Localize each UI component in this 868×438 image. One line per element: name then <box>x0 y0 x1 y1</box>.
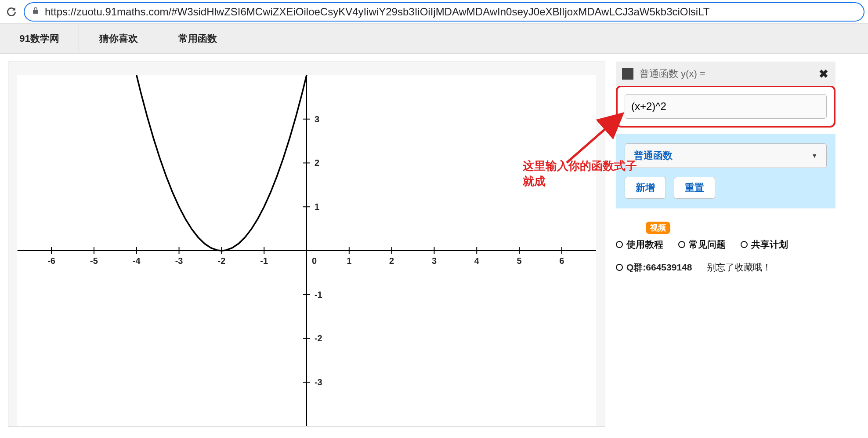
svg-text:-2: -2 <box>315 333 322 343</box>
function-color-swatch-icon <box>622 68 633 80</box>
bullet-icon <box>616 264 623 271</box>
plot-panel: -6-5-4-3-2-10123456-3-2-1123 <box>8 62 605 427</box>
chevron-down-icon: ▼ <box>811 152 817 159</box>
controls-panel: 普通函数 ▼ 新增 重置 <box>616 134 835 208</box>
lock-icon <box>32 7 40 17</box>
nav-tab-like[interactable]: 猜你喜欢 <box>79 24 158 53</box>
svg-text:-6: -6 <box>47 256 55 266</box>
reload-button[interactable] <box>4 4 19 20</box>
nav-tab-label: 猜你喜欢 <box>99 32 138 45</box>
button-row: 新增 重置 <box>625 177 827 199</box>
function-header-label: 普通函数 y(x) = <box>640 67 705 80</box>
footer-line: Q群:664539148 别忘了收藏哦！ <box>616 261 835 274</box>
sidebar: 普通函数 y(x) = ✖ 普通函数 ▼ 新增 重置 视频 使用教程 常见问题 … <box>616 62 835 427</box>
svg-text:3: 3 <box>432 256 437 266</box>
url-text: https://zuotu.91maths.com/#W3sidHlwZSI6M… <box>45 6 857 18</box>
video-badge: 视频 <box>646 222 670 234</box>
svg-text:2: 2 <box>389 256 394 266</box>
function-header: 普通函数 y(x) = ✖ <box>616 62 835 86</box>
bullet-icon <box>741 241 748 248</box>
formula-input-highlight <box>616 85 835 128</box>
svg-text:-1: -1 <box>315 290 322 299</box>
function-type-dropdown[interactable]: 普通函数 ▼ <box>625 143 827 168</box>
svg-text:-4: -4 <box>133 256 141 266</box>
browser-bar: https://zuotu.91maths.com/#W3sidHlwZSI6M… <box>0 0 868 24</box>
dropdown-label: 普通函数 <box>634 149 673 162</box>
link-label: 共享计划 <box>751 238 788 251</box>
main-area: -6-5-4-3-2-10123456-3-2-1123 普通函数 y(x) =… <box>0 54 868 434</box>
nav-tab-label: 91数学网 <box>19 32 59 45</box>
link-label: 常见问题 <box>689 238 726 251</box>
svg-text:0: 0 <box>312 256 317 266</box>
url-bar[interactable]: https://zuotu.91maths.com/#W3sidHlwZSI6M… <box>24 2 864 22</box>
bullet-icon <box>678 241 685 248</box>
qq-label: Q群:664539148 <box>626 261 692 274</box>
svg-text:1: 1 <box>315 202 319 212</box>
link-qq-group[interactable]: Q群:664539148 <box>616 261 692 274</box>
svg-text:5: 5 <box>517 256 522 266</box>
svg-text:6: 6 <box>559 256 564 266</box>
formula-input[interactable] <box>625 94 827 119</box>
svg-text:-3: -3 <box>175 256 183 266</box>
link-faq[interactable]: 常见问题 <box>678 238 726 251</box>
svg-text:-3: -3 <box>315 377 322 387</box>
nav-tab-functions[interactable]: 常用函数 <box>158 24 237 53</box>
reload-icon <box>6 6 17 18</box>
add-button[interactable]: 新增 <box>625 177 666 199</box>
link-share[interactable]: 共享计划 <box>741 238 788 251</box>
svg-text:-5: -5 <box>90 256 98 266</box>
bullet-icon <box>616 241 623 248</box>
svg-text:4: 4 <box>474 256 479 266</box>
nav-tab-label: 常用函数 <box>178 32 217 45</box>
link-label: 使用教程 <box>626 238 663 251</box>
add-button-label: 新增 <box>636 181 655 194</box>
chart-svg: -6-5-4-3-2-10123456-3-2-1123 <box>17 75 596 426</box>
svg-text:-1: -1 <box>260 256 268 266</box>
svg-text:3: 3 <box>315 114 319 124</box>
close-icon[interactable]: ✖ <box>819 67 828 81</box>
link-tutorial[interactable]: 使用教程 <box>616 238 663 251</box>
svg-text:-2: -2 <box>218 256 226 266</box>
site-nav: 91数学网 猜你喜欢 常用函数 <box>0 24 868 54</box>
reset-button[interactable]: 重置 <box>674 177 715 199</box>
svg-text:2: 2 <box>315 158 319 168</box>
svg-text:1: 1 <box>347 256 351 266</box>
reset-button-label: 重置 <box>685 181 704 194</box>
nav-tab-home[interactable]: 91数学网 <box>0 24 79 53</box>
reminder-text: 别忘了收藏哦！ <box>707 261 771 274</box>
plot-canvas[interactable]: -6-5-4-3-2-10123456-3-2-1123 <box>17 75 596 426</box>
help-links: 使用教程 常见问题 共享计划 <box>616 238 835 251</box>
